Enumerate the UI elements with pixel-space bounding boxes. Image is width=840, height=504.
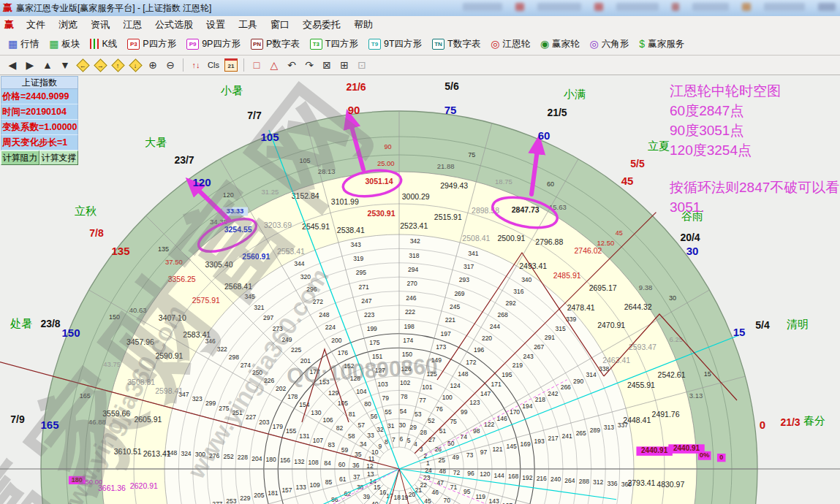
spiral-number: 224 — [325, 324, 336, 331]
menu-item-帮助[interactable]: 帮助 — [347, 18, 379, 31]
percent-label: 6.25 — [670, 335, 684, 343]
rotate-cw-icon[interactable]: ↷ — [301, 58, 317, 73]
spiral-number: 147 — [480, 390, 491, 397]
menu-item-窗口[interactable]: 窗口 — [264, 18, 296, 31]
spiral-number: 176 — [338, 349, 348, 356]
title-bar: 赢 赢家江恩专业版[赢家服务平台] - [上证指数 江恩轮] — [0, 0, 840, 17]
rotate-up-icon[interactable]: ▲ — [39, 58, 56, 73]
triangle-tool-icon[interactable]: △ — [266, 58, 282, 73]
price-outer-label: 3101.99 — [331, 197, 359, 206]
toolbar-button-label: 江恩轮 — [502, 38, 530, 50]
square-tool-icon[interactable]: □ — [249, 58, 265, 73]
spiral-number: 52 — [428, 417, 435, 424]
spiral-number: 121 — [492, 446, 502, 453]
fit-icon[interactable]: ⊞ — [336, 58, 352, 73]
toolbar-button-赢家服务[interactable]: $赢家服务 — [634, 35, 689, 53]
menu-item-浏览[interactable]: 浏览 — [52, 18, 84, 31]
spiral-number: 60 — [338, 461, 346, 468]
shift-down-icon[interactable]: ↓ — [127, 58, 143, 73]
rotate-ccw-icon[interactable]: ↶ — [284, 58, 300, 73]
toolbar-button-K线[interactable]: K线 — [85, 35, 122, 53]
degree-ring-label: 165 — [80, 392, 91, 400]
spiral-number: 242 — [548, 390, 558, 397]
spiral-number: 57 — [358, 421, 366, 429]
menu-item-交易委托[interactable]: 交易委托 — [296, 18, 347, 31]
calc-support-button[interactable]: 计算支撑 — [39, 150, 78, 165]
toolbar-button-label: 赢家服务 — [648, 38, 684, 50]
coefficient-row: 变换系数=1.00000 — [1, 120, 78, 135]
calc-resistance-button[interactable]: 计算阻力 — [1, 150, 39, 165]
spiral-number: 31 — [387, 422, 395, 429]
spiral-number: 249 — [281, 336, 292, 343]
spiral-number: 156 — [280, 457, 290, 464]
spiral-number: 122 — [484, 421, 494, 428]
menu-item-工具[interactable]: 工具 — [232, 18, 264, 31]
rotate-down-icon[interactable]: ▼ — [57, 58, 73, 73]
toolbar-button-六角形[interactable]: ◎六角形 — [585, 35, 635, 53]
spiral-number: 300 — [195, 451, 205, 458]
menu-item-文件[interactable]: 文件 — [20, 18, 52, 31]
menu-item-江恩[interactable]: 江恩 — [116, 18, 148, 31]
shift-up-icon[interactable]: ↑ — [110, 58, 126, 73]
menu-item-资讯[interactable]: 资讯 — [84, 18, 116, 31]
toolbar-button-行情[interactable]: ▦行情 — [3, 35, 44, 53]
p-table-icon: PN — [251, 39, 263, 50]
degree-ring-label: 75 — [468, 151, 475, 159]
zoom-out-icon[interactable]: ⊖ — [162, 58, 178, 73]
spiral-number: 269 — [454, 290, 464, 297]
toolbar-button-T数字表[interactable]: TNT数字表 — [427, 35, 485, 53]
spiral-number: 289 — [590, 427, 600, 434]
spiral-number: 127 — [375, 367, 385, 374]
price-inner-label: 2538.41 — [337, 226, 365, 234]
toolbar-button-T四方形[interactable]: T3T四方形 — [305, 35, 363, 53]
price-inner-label: 2575.91 — [192, 296, 220, 305]
spiral-number: 37 — [353, 473, 360, 481]
degree-label: 15 — [733, 326, 746, 338]
spiral-number: 178 — [287, 393, 298, 400]
highlighted-value: 2440.91 — [673, 444, 700, 452]
note-line: 60度2847点 — [670, 101, 839, 121]
menu-item-公式选股[interactable]: 公式选股 — [148, 18, 200, 31]
spiral-number: 78 — [401, 393, 408, 400]
menu-item-设置[interactable]: 设置 — [200, 18, 232, 31]
zoom-in-icon[interactable]: ⊕ — [145, 58, 161, 73]
spiral-number: 45 — [424, 497, 431, 504]
toolbar-button-9P四方形[interactable]: P99P四方形 — [181, 35, 246, 53]
price-outer-label: 3610.51 — [114, 447, 142, 456]
maximize-icon[interactable]: ⊠ — [319, 58, 335, 73]
spiral-number: 27 — [428, 436, 436, 443]
spiral-number: 226 — [264, 377, 274, 384]
spiral-number: 221 — [445, 316, 455, 324]
cls-button[interactable]: Cls — [205, 58, 222, 73]
titlebar-decoration — [463, 3, 836, 11]
toolbar-button-板块[interactable]: ▦板块 — [44, 35, 85, 53]
spiral-number: 39 — [363, 493, 370, 500]
calendar-icon[interactable]: 21 — [223, 58, 239, 73]
toolbar-button-P数字表[interactable]: PNP数字表 — [246, 35, 305, 53]
spiral-number: 95 — [463, 488, 471, 495]
t-square-icon: T3 — [310, 39, 322, 50]
spiral-number: 315 — [555, 325, 565, 332]
shift-left-icon[interactable]: ← — [75, 58, 91, 73]
flip-axis-icon[interactable]: ↑↓ — [188, 58, 204, 73]
forward-icon[interactable]: ▶ — [22, 58, 38, 73]
spiral-number: 218 — [535, 396, 545, 403]
hexagon-icon: ◎ — [590, 39, 599, 49]
spiral-number: 99 — [461, 408, 468, 416]
spiral-number: 30 — [398, 421, 406, 429]
toolbar-button-江恩轮[interactable]: ◎江恩轮 — [485, 35, 535, 53]
toolbar-button-9T四方形[interactable]: T99T四方形 — [363, 35, 427, 53]
spiral-number: 103 — [377, 381, 387, 388]
shift-right-icon[interactable]: → — [92, 58, 108, 73]
toolbar-button-P四方形[interactable]: P3P四方形 — [122, 35, 181, 53]
spiral-number: 240 — [550, 476, 561, 483]
back-icon[interactable]: ◀ — [4, 58, 20, 73]
toolbar-button-label: 9P四方形 — [202, 38, 241, 50]
degree-ring-label: 90 — [385, 143, 392, 150]
snapshot-icon[interactable]: ⊡ — [354, 58, 370, 73]
spiral-number: 149 — [431, 356, 442, 364]
date-label: 21/3 — [780, 416, 800, 428]
spiral-number: 7 — [392, 436, 396, 443]
price-inner-label: 2598.41 — [155, 386, 183, 395]
toolbar-button-赢家轮[interactable]: ◉赢家轮 — [535, 35, 585, 53]
